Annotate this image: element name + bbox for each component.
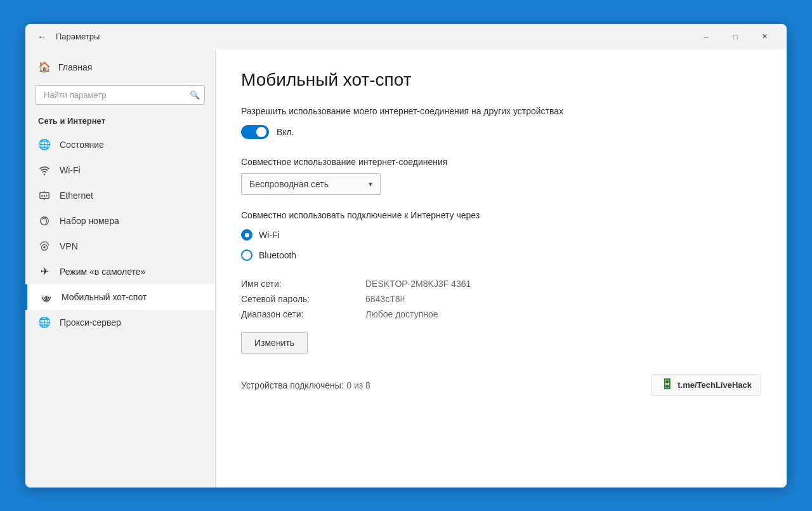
change-button[interactable]: Изменить — [241, 332, 308, 354]
window-controls: ─ □ ✕ — [691, 27, 779, 47]
sidebar-item-label: Режим «в самолете» — [60, 267, 145, 277]
via-label: Совместно использовать подключение к Инт… — [241, 210, 761, 220]
radio-bluetooth-label: Bluetooth — [259, 250, 296, 260]
status-icon: 🌐 — [38, 138, 51, 151]
sidebar-item-dialup[interactable]: Набор номера — [25, 208, 215, 234]
main-content: Мобильный хот-спот Разрешить использован… — [216, 50, 787, 488]
sidebar-item-vpn[interactable]: VPN — [25, 234, 215, 259]
watermark-icon: 🎛 — [661, 378, 672, 392]
radio-wifi-label: Wi-Fi — [259, 230, 280, 240]
section-label: Сеть и Интернет — [25, 112, 215, 129]
hotspot-toggle[interactable] — [241, 125, 269, 139]
share-via-radio-group: Wi-Fi Bluetooth — [241, 229, 761, 261]
search-icon: 🔍 — [190, 90, 200, 100]
band-label: Диапазон сети: — [241, 309, 355, 319]
sidebar-item-label: VPN — [60, 241, 78, 251]
proxy-icon: 🌐 — [38, 316, 51, 329]
title-bar: ← Параметры ─ □ ✕ — [25, 24, 787, 50]
home-icon: 🏠 — [38, 61, 51, 74]
sidebar-item-label: Прокси-сервер — [60, 317, 121, 328]
vpn-icon — [38, 240, 51, 253]
ethernet-icon — [38, 189, 51, 202]
sidebar-item-hotspot[interactable]: Мобильный хот-спот — [25, 284, 215, 310]
settings-window: ← Параметры ─ □ ✕ 🏠 Главная 🔍 — [25, 24, 787, 488]
devices-row: Устройства подключены: 0 из 8 🎛 t.me/Tec… — [241, 374, 761, 396]
hotspot-icon — [40, 291, 53, 303]
network-info-grid: Имя сети: DESKTOP-2M8KJ3F 4361 Сетевой п… — [241, 279, 761, 319]
toggle-thumb — [256, 127, 266, 137]
network-name-label: Имя сети: — [241, 279, 355, 289]
sidebar-item-wifi[interactable]: Wi-Fi — [25, 157, 215, 183]
dialup-icon — [38, 215, 51, 227]
page-title: Мобильный хот-спот — [241, 70, 761, 90]
back-button[interactable]: ← — [33, 28, 51, 46]
radio-wifi-button[interactable] — [241, 229, 252, 241]
connection-dropdown[interactable]: Беспроводная сеть ▾ — [241, 173, 381, 195]
dropdown-value: Беспроводная сеть — [249, 179, 329, 189]
band-value: Любое доступное — [365, 309, 761, 319]
svg-point-3 — [43, 246, 46, 249]
sidebar-item-label: Ethernet — [60, 190, 93, 201]
minimize-button[interactable]: ─ — [691, 27, 721, 47]
radio-bluetooth-item[interactable]: Bluetooth — [241, 249, 761, 261]
password-value: 6843cT8# — [365, 294, 761, 304]
sidebar-item-status[interactable]: 🌐 Состояние — [25, 132, 215, 157]
sidebar-item-home[interactable]: 🏠 Главная — [25, 55, 215, 80]
watermark: 🎛 t.me/TechLiveHack — [652, 374, 761, 396]
search-box: 🔍 — [36, 85, 205, 105]
maximize-button[interactable]: □ — [721, 27, 750, 47]
radio-bluetooth-button[interactable] — [241, 249, 252, 261]
close-button[interactable]: ✕ — [750, 27, 779, 47]
devices-count: 0 из 8 — [346, 380, 370, 390]
network-name-value: DESKTOP-2M8KJ3F 4361 — [365, 279, 761, 289]
sidebar: 🏠 Главная 🔍 Сеть и Интернет 🌐 Состояние … — [25, 50, 216, 488]
devices-info: Устройства подключены: 0 из 8 — [241, 380, 370, 391]
sharing-label: Совместное использование интернет-соедин… — [241, 157, 761, 167]
sidebar-item-proxy[interactable]: 🌐 Прокси-сервер — [25, 310, 215, 335]
password-label: Сетевой пароль: — [241, 294, 355, 304]
wifi-icon — [38, 164, 51, 176]
devices-label: Устройства подключены: — [241, 380, 344, 390]
toggle-state-label: Вкл. — [277, 127, 294, 137]
hotspot-toggle-row: Вкл. — [241, 125, 761, 139]
sidebar-item-label: Набор номера — [60, 216, 119, 226]
toggle-description: Разрешить использование моего интернет-с… — [241, 105, 761, 118]
sidebar-item-ethernet[interactable]: Ethernet — [25, 183, 215, 208]
search-input[interactable] — [36, 85, 205, 105]
sidebar-item-label: Мобильный хот-спот — [62, 292, 147, 302]
sidebar-item-label: Состояние — [60, 140, 104, 150]
radio-wifi-item[interactable]: Wi-Fi — [241, 229, 761, 241]
home-label: Главная — [58, 62, 92, 72]
watermark-text: t.me/TechLiveHack — [678, 380, 752, 390]
window-title: Параметры — [56, 32, 691, 41]
sidebar-item-label: Wi-Fi — [60, 165, 81, 175]
content-area: 🏠 Главная 🔍 Сеть и Интернет 🌐 Состояние … — [25, 50, 787, 488]
airplane-icon: ✈ — [38, 265, 51, 278]
chevron-down-icon: ▾ — [369, 180, 372, 189]
sidebar-item-airplane[interactable]: ✈ Режим «в самолете» — [25, 259, 215, 284]
